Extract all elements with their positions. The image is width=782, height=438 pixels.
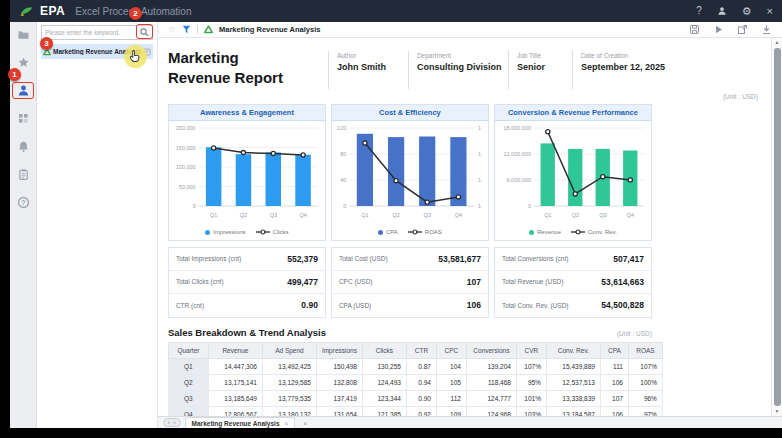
legend-item: ROAS — [408, 229, 442, 235]
top-bar: EPA Excel Process Automation ? ⚙ × — [10, 0, 782, 22]
table-cell: 13,185,649 — [208, 390, 262, 406]
column-header: CPA — [600, 342, 628, 358]
table-cell: 14,447,306 — [208, 358, 262, 374]
table-cell: 97% — [628, 406, 662, 416]
apps-grid-icon[interactable] — [17, 112, 30, 125]
bottom-tab-bar: ‹ › Marketing Revenue Analysis × × — [158, 416, 782, 428]
table-row: Q213,175,14113,129,585132,808124,4930.94… — [168, 374, 662, 390]
table-cell: 131,654 — [316, 406, 362, 416]
summary-table: Total Impressions (cnt)552,379Total Clic… — [168, 247, 326, 318]
svg-text:Q1: Q1 — [361, 212, 368, 218]
table-cell: 100% — [628, 374, 662, 390]
svg-text:Q1: Q1 — [544, 212, 551, 218]
chart-legend: RevenueConv. Rev. — [495, 225, 651, 240]
svg-text:Q1: Q1 — [210, 212, 217, 218]
summary-row: CPA (USD)106 — [332, 294, 488, 317]
tab-marketing-revenue-analysis[interactable]: Marketing Revenue Analysis × — [185, 417, 296, 428]
tab-close-icon[interactable]: × — [303, 420, 307, 427]
bell-icon[interactable] — [17, 140, 30, 153]
table-cell: 13,779,535 — [262, 390, 316, 406]
tab-nav[interactable]: ‹ › — [163, 418, 181, 427]
user-icon[interactable] — [717, 6, 727, 16]
star-icon[interactable] — [17, 56, 30, 69]
table-cell: 109 — [436, 406, 466, 416]
epa-green-icon — [204, 25, 213, 34]
table-cell: 107% — [516, 358, 546, 374]
export-icon[interactable] — [737, 24, 748, 35]
scroll-up-icon[interactable]: ▲ — [775, 39, 780, 46]
table-cell: 104 — [436, 358, 466, 374]
sales-table: QuarterRevenueAd SpendImpressionsClicksC… — [168, 342, 663, 417]
scroll-down-icon[interactable]: ▼ — [775, 408, 780, 415]
svg-text:0: 0 — [528, 203, 531, 209]
scrollbar-thumb[interactable] — [774, 48, 781, 406]
chart-canvas: 050,000100,000150,000200,000Q1Q2Q3Q4 — [169, 121, 325, 221]
summary-row: CPC (USD)107 — [332, 271, 488, 294]
filter-funnel-icon[interactable] — [182, 25, 191, 34]
legend-item: Impressions — [205, 229, 245, 235]
table-cell: 95% — [516, 374, 546, 390]
table-cell: 139,204 — [466, 358, 516, 374]
help-circle-icon[interactable]: ? — [17, 196, 30, 209]
chart-canvas: 06,000,00012,000,00018,000,000Q1Q2Q3Q4 — [495, 121, 651, 221]
tab-next-icon[interactable]: › — [174, 420, 176, 426]
table-cell: 13,338,839 — [546, 390, 600, 406]
summary-label: Total Cost (USD) — [339, 255, 388, 262]
breadcrumb-title: Marketing Revenue Analysis — [219, 25, 320, 34]
main-row: ? Marketing Revenue Analysis — [10, 22, 782, 428]
svg-text:Q2: Q2 — [572, 212, 579, 218]
summary-label: Total Impressions (cnt) — [176, 255, 241, 262]
column-header: Clicks — [362, 342, 406, 358]
star-icon[interactable]: ☆ — [168, 25, 176, 34]
chart-cards-row: Awareness & Engagement050,000100,000150,… — [168, 104, 652, 241]
svg-text:Q3: Q3 — [270, 212, 277, 218]
summary-value: 507,417 — [613, 254, 644, 264]
vertical-scrollbar[interactable]: ▲ ▼ — [771, 38, 782, 416]
chart-legend: CPAROAS — [332, 225, 488, 240]
meta-author: Author John Smith — [328, 51, 408, 89]
table-row: Q412,806,56713,180,132131,654121,3850.92… — [168, 406, 662, 416]
meta-job-title: Job Title Senior — [508, 51, 572, 89]
summary-value: 0.90 — [301, 300, 318, 310]
tab-ghost[interactable]: × — [299, 418, 311, 428]
save-icon[interactable] — [689, 24, 700, 35]
sales-header: Sales Breakdown & Trend Analysis (Unit :… — [168, 327, 652, 338]
summary-table: Total Conversions (cnt)507,417Total Reve… — [494, 247, 652, 318]
app-window: EPA Excel Process Automation ? ⚙ × ? — [10, 0, 782, 428]
svg-text:1: 1 — [478, 177, 481, 183]
svg-text:40: 40 — [340, 177, 346, 183]
run-icon[interactable] — [713, 24, 724, 35]
close-icon[interactable]: × — [767, 6, 773, 17]
table-cell: 123,344 — [362, 390, 406, 406]
chart-card: Cost & Efficiency040801201111Q1Q2Q3Q4CPA… — [331, 104, 489, 241]
summary-row: Total Cost (USD)53,581,677 — [332, 248, 488, 271]
tab-close-icon[interactable]: × — [285, 420, 289, 427]
settings-icon[interactable]: ⚙ — [742, 6, 752, 17]
summary-value: 499,477 — [287, 277, 318, 287]
summary-row: Total Impressions (cnt)552,379 — [169, 248, 325, 271]
tab-prev-icon[interactable]: ‹ — [168, 420, 170, 426]
table-cell: Q2 — [168, 374, 208, 390]
table-cell: 107% — [628, 358, 662, 374]
summary-row: Total Conv. Rev. (USD)54,500,828 — [495, 294, 651, 317]
logo-text: EPA — [40, 4, 65, 18]
table-cell: 0.90 — [406, 390, 436, 406]
column-header: CTR — [406, 342, 436, 358]
chart-legend: ImpressionsClicks — [169, 225, 325, 240]
column-header: Impressions — [316, 342, 362, 358]
column-header: Ad Spend — [262, 342, 316, 358]
download-icon[interactable] — [761, 24, 772, 35]
table-cell: 121,385 — [362, 406, 406, 416]
help-icon[interactable]: ? — [696, 6, 702, 16]
summary-label: Total Revenue (USD) — [502, 278, 563, 285]
table-cell: Q4 — [168, 406, 208, 416]
folder-icon[interactable] — [17, 28, 30, 41]
step-badge-3: 3 — [40, 37, 53, 50]
svg-text:12,000,000: 12,000,000 — [503, 151, 531, 157]
clipboard-icon[interactable] — [17, 168, 30, 181]
legend-item: Conv. Rev. — [571, 229, 617, 235]
annotation-rect-search-icon — [136, 24, 153, 39]
table-cell: 103% — [516, 406, 546, 416]
svg-text:120: 120 — [337, 125, 346, 131]
search-input[interactable] — [45, 29, 138, 36]
